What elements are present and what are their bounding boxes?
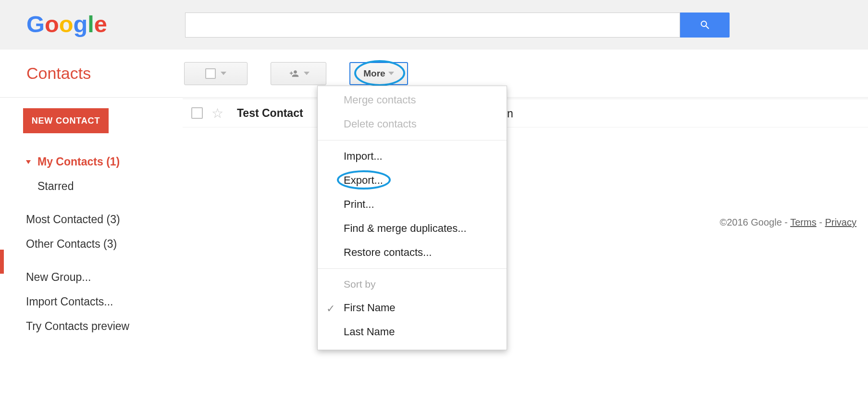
menu-separator (318, 140, 507, 140)
sidebar-list: My Contacts (1) Starred Most Contacted (… (0, 150, 183, 339)
triangle-down-icon (26, 160, 31, 164)
sidebar-item-most-contacted[interactable]: Most Contacted (3) (0, 207, 183, 232)
sidebar-item-try-preview[interactable]: Try Contacts preview (0, 314, 183, 339)
menu-item-delete-contacts: Delete contacts (318, 112, 507, 136)
search-button[interactable] (680, 13, 730, 38)
chevron-down-icon (388, 72, 394, 75)
sidebar: NEW CONTACT My Contacts (1) Starred Most… (0, 98, 183, 339)
menu-item-sort-last-name[interactable]: Last Name (318, 320, 507, 344)
menu-item-find-merge[interactable]: Find & merge duplicates... (318, 216, 507, 240)
contact-name: Test Contact (237, 107, 303, 120)
footer-privacy-link[interactable]: Privacy (825, 217, 856, 228)
app-title[interactable]: Contacts (26, 64, 171, 83)
email-fragment: n (507, 107, 513, 120)
person-add-icon (287, 69, 301, 78)
more-label: More (363, 68, 385, 79)
add-to-group-dropdown[interactable] (271, 62, 326, 85)
select-all-dropdown[interactable] (184, 62, 248, 85)
body: NEW CONTACT My Contacts (1) Starred Most… (0, 98, 868, 339)
contact-row[interactable]: ☆ Test Contact (183, 99, 868, 127)
header-bar: Google (0, 0, 868, 50)
sidebar-item-import-contacts[interactable]: Import Contacts... (0, 290, 183, 314)
svg-text:Google: Google (26, 11, 107, 37)
menu-item-export[interactable]: Export... (318, 168, 507, 192)
sidebar-item-new-group[interactable]: New Group... (0, 265, 183, 290)
sidebar-item-other-contacts[interactable]: Other Contacts (3) (0, 232, 183, 256)
sidebar-item-label: My Contacts (1) (37, 155, 120, 168)
menu-item-label: Export... (344, 174, 383, 186)
checkbox-icon (205, 68, 216, 79)
menu-item-import[interactable]: Import... (318, 144, 507, 168)
search-wrap (185, 13, 730, 38)
main-panel: ☆ Test Contact n Merge contacts Delete c… (183, 98, 868, 339)
menu-item-label: First Name (344, 302, 396, 314)
chevron-down-icon (221, 72, 226, 75)
menu-item-sort-first-name[interactable]: ✓ First Name (318, 296, 507, 320)
sidebar-item-starred[interactable]: Starred (0, 174, 183, 199)
search-icon (699, 19, 711, 31)
menu-sort-by-label: Sort by (318, 273, 507, 296)
menu-item-restore[interactable]: Restore contacts... (318, 240, 507, 265)
sidebar-active-indicator (0, 250, 4, 274)
menu-item-print[interactable]: Print... (318, 192, 507, 216)
checkmark-icon: ✓ (326, 303, 335, 315)
footer-copyright: ©2016 Google (719, 217, 781, 228)
more-dropdown-button[interactable]: More (349, 62, 408, 85)
star-icon[interactable]: ☆ (211, 105, 223, 121)
sidebar-item-my-contacts[interactable]: My Contacts (1) (0, 150, 183, 174)
row-checkbox[interactable] (191, 107, 203, 119)
menu-separator (318, 268, 507, 269)
toolbar: More (184, 62, 408, 85)
menu-item-merge-contacts: Merge contacts (318, 88, 507, 112)
footer-terms-link[interactable]: Terms (790, 217, 816, 228)
new-contact-button[interactable]: NEW CONTACT (23, 108, 109, 133)
footer: ©2016 Google - Terms - Privacy (719, 217, 856, 228)
more-dropdown-menu: Merge contacts Delete contacts Import...… (317, 86, 507, 350)
search-input[interactable] (185, 13, 680, 38)
google-logo[interactable]: Google (26, 11, 108, 39)
chevron-down-icon (304, 72, 310, 75)
